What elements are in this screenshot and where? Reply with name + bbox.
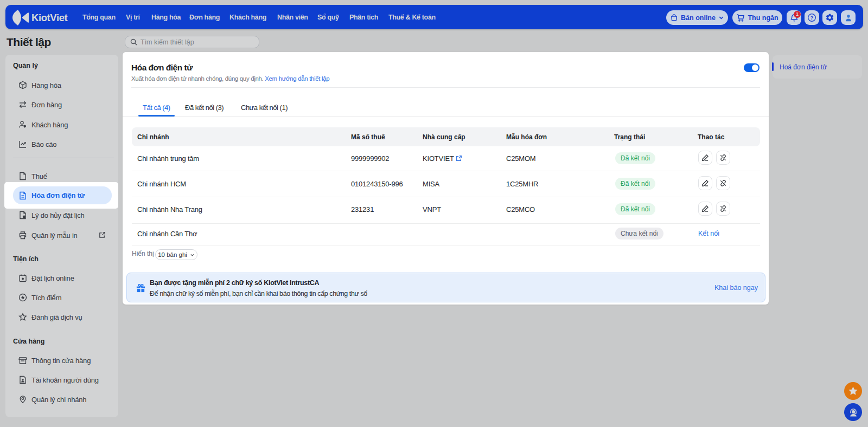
svg-text:?: ? <box>810 15 814 21</box>
